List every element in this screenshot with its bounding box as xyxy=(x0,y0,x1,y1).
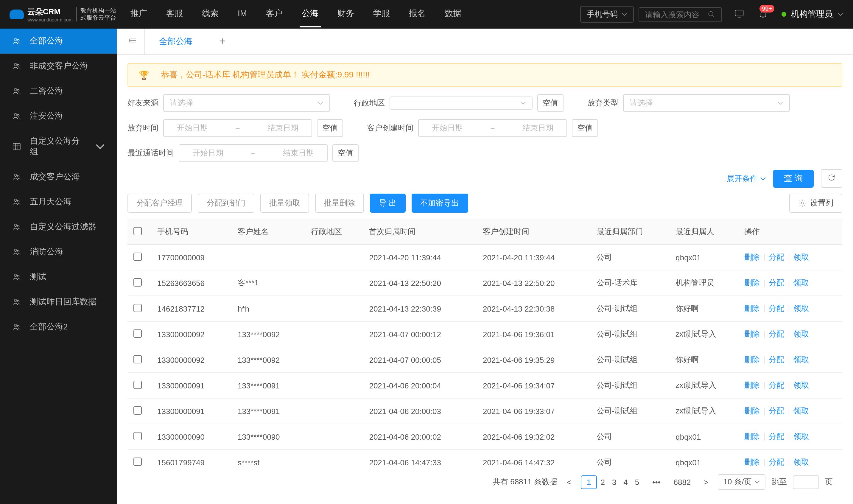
last-call-range[interactable]: 开始日期~结束日期 xyxy=(179,144,328,162)
page-5[interactable]: 5 xyxy=(631,476,643,488)
claim-link[interactable]: 领取 xyxy=(794,381,809,390)
assign-link[interactable]: 分配 xyxy=(769,406,784,415)
add-tab-button[interactable]: + xyxy=(207,35,237,48)
row-checkbox[interactable] xyxy=(133,432,142,440)
row-checkbox[interactable] xyxy=(133,278,142,286)
user-menu[interactable]: 机构管理员 xyxy=(781,9,843,20)
set-columns-button[interactable]: 设置列 xyxy=(789,194,842,213)
sidebar-item-7[interactable]: 自定义公海过滤器 xyxy=(0,214,117,239)
collapse-tabs-icon[interactable] xyxy=(122,36,144,47)
delete-link[interactable]: 删除 xyxy=(744,329,760,338)
assign-link[interactable]: 分配 xyxy=(769,457,784,466)
refresh-button[interactable] xyxy=(821,169,842,188)
sidebar-item-11[interactable]: 全部公海2 xyxy=(0,314,117,340)
page-2[interactable]: 2 xyxy=(597,476,608,488)
claim-link[interactable]: 领取 xyxy=(794,304,809,313)
prev-page-button[interactable]: < xyxy=(563,476,575,488)
delete-link[interactable]: 删除 xyxy=(744,253,760,262)
search-type-select[interactable]: 手机号码 xyxy=(580,6,634,23)
assign-link[interactable]: 分配 xyxy=(769,304,784,313)
claim-link[interactable]: 领取 xyxy=(794,253,809,262)
page-4[interactable]: 4 xyxy=(620,476,631,488)
nav-item-6[interactable]: 财务 xyxy=(335,1,357,28)
cell-create-time: 2021-04-13 22:30:38 xyxy=(477,296,591,321)
last-call-null-button[interactable]: 空值 xyxy=(332,144,359,162)
assign-dept-button[interactable]: 分配到部门 xyxy=(198,194,254,213)
monitor-icon[interactable] xyxy=(734,8,745,21)
sidebar-item-0[interactable]: 全部公海 xyxy=(0,29,117,54)
delete-link[interactable]: 删除 xyxy=(744,381,760,390)
assign-link[interactable]: 分配 xyxy=(769,253,784,262)
claim-link[interactable]: 领取 xyxy=(794,432,809,441)
row-checkbox[interactable] xyxy=(133,304,142,312)
export-button[interactable]: 导 出 xyxy=(370,194,405,213)
delete-link[interactable]: 删除 xyxy=(744,432,760,441)
assign-manager-button[interactable]: 分配客户经理 xyxy=(127,194,192,213)
page-size-select[interactable]: 10 条/页 xyxy=(718,474,765,490)
row-checkbox[interactable] xyxy=(133,355,142,363)
query-button[interactable]: 查 询 xyxy=(773,169,814,187)
page-1[interactable]: 1 xyxy=(581,475,597,489)
notifications-icon[interactable]: 99+ xyxy=(758,8,768,21)
delete-link[interactable]: 删除 xyxy=(744,278,760,287)
create-time-null-button[interactable]: 空值 xyxy=(572,119,598,137)
page-3[interactable]: 3 xyxy=(609,476,620,488)
select-all-checkbox[interactable] xyxy=(133,227,142,235)
sidebar-item-9[interactable]: 测试 xyxy=(0,265,117,290)
nav-item-8[interactable]: 报名 xyxy=(406,1,428,28)
assign-link[interactable]: 分配 xyxy=(769,355,784,364)
sidebar-item-4[interactable]: 自定义公海分组 xyxy=(0,129,117,164)
row-checkbox[interactable] xyxy=(133,457,142,466)
nav-item-9[interactable]: 数据 xyxy=(442,1,464,28)
abandon-time-range[interactable]: 开始日期~结束日期 xyxy=(163,119,312,137)
row-checkbox[interactable] xyxy=(133,406,142,414)
claim-link[interactable]: 领取 xyxy=(794,355,809,364)
assign-link[interactable]: 分配 xyxy=(769,432,784,441)
row-checkbox[interactable] xyxy=(133,380,142,389)
claim-link[interactable]: 领取 xyxy=(794,329,809,338)
search-input-wrap[interactable] xyxy=(638,7,722,22)
row-checkbox[interactable] xyxy=(133,252,142,260)
sidebar-item-5[interactable]: 成交客户公海 xyxy=(0,164,117,190)
delete-link[interactable]: 删除 xyxy=(744,406,760,415)
abandon-time-null-button[interactable]: 空值 xyxy=(317,119,343,137)
assign-link[interactable]: 分配 xyxy=(769,381,784,390)
next-page-button[interactable]: > xyxy=(700,476,712,488)
tab-all-public[interactable]: 全部公海 xyxy=(144,29,207,54)
assign-link[interactable]: 分配 xyxy=(769,329,784,338)
assign-link[interactable]: 分配 xyxy=(769,278,784,287)
last-page-button[interactable]: 6882 xyxy=(670,476,694,488)
expand-filters-link[interactable]: 展开条件 xyxy=(727,173,766,184)
nav-item-3[interactable]: IM xyxy=(235,1,249,28)
claim-link[interactable]: 领取 xyxy=(794,278,809,287)
delete-link[interactable]: 删除 xyxy=(744,457,760,466)
abandon-type-select[interactable]: 请选择 xyxy=(623,94,790,112)
jump-input[interactable] xyxy=(793,475,819,489)
create-time-range[interactable]: 开始日期~结束日期 xyxy=(418,119,567,137)
delete-link[interactable]: 删除 xyxy=(744,304,760,313)
claim-link[interactable]: 领取 xyxy=(794,406,809,415)
nav-item-0[interactable]: 推广 xyxy=(128,1,149,28)
admin-area-null-button[interactable]: 空值 xyxy=(537,94,563,112)
sidebar-item-3[interactable]: 注安公海 xyxy=(0,104,117,129)
admin-area-select[interactable] xyxy=(389,96,532,110)
claim-link[interactable]: 领取 xyxy=(794,457,809,466)
friend-source-select[interactable]: 请选择 xyxy=(163,94,330,112)
nav-item-2[interactable]: 线索 xyxy=(200,1,221,28)
nav-item-5[interactable]: 公海 xyxy=(299,1,321,28)
row-checkbox[interactable] xyxy=(133,329,142,338)
sidebar-item-10[interactable]: 测试昨日回库数据 xyxy=(0,290,117,314)
search-input[interactable] xyxy=(645,10,708,19)
batch-claim-button[interactable]: 批量领取 xyxy=(260,194,309,213)
nav-item-1[interactable]: 客服 xyxy=(164,1,185,28)
sidebar-item-2[interactable]: 二咨公海 xyxy=(0,79,117,104)
nav-item-4[interactable]: 客户 xyxy=(264,1,285,28)
sidebar-item-8[interactable]: 消防公海 xyxy=(0,239,117,265)
sidebar-item-6[interactable]: 五月天公海 xyxy=(0,190,117,214)
sidebar-item-1[interactable]: 非成交客户公海 xyxy=(0,54,117,79)
nav-item-7[interactable]: 学服 xyxy=(371,1,392,28)
export-plain-button[interactable]: 不加密导出 xyxy=(411,194,468,213)
logo[interactable]: 云朵CRM www.yunduocrm.com 教育机构一站 式服务云平台 xyxy=(10,6,116,22)
delete-link[interactable]: 删除 xyxy=(744,355,760,364)
batch-delete-button[interactable]: 批量删除 xyxy=(315,194,364,213)
